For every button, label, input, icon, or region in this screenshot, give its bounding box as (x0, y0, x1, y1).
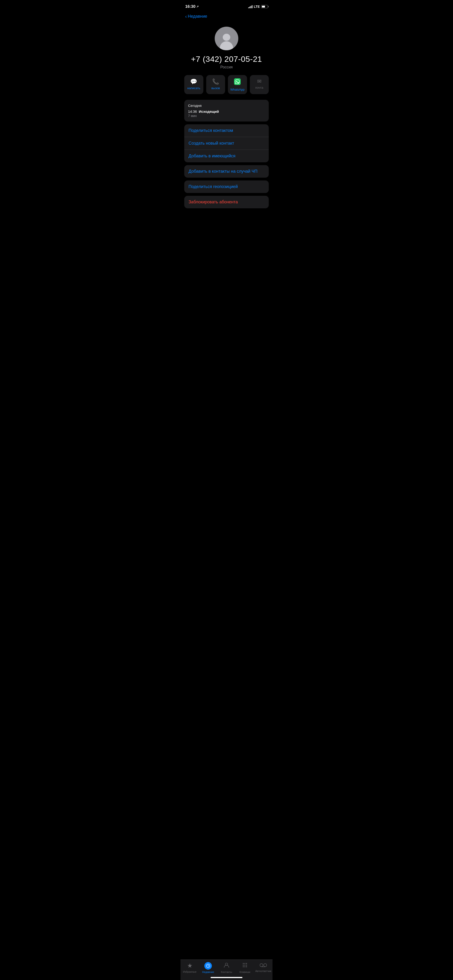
call-icon: 📞 (212, 78, 219, 85)
navigation-bar: ‹ Недавние (181, 12, 272, 22)
avatar-person (219, 34, 234, 50)
call-type: Исходящий (199, 110, 219, 113)
message-icon: 💬 (190, 78, 197, 85)
back-button[interactable]: ‹ Недавние (185, 14, 207, 19)
battery-icon (261, 5, 268, 8)
message-label: написать (188, 86, 200, 90)
signal-bars (248, 5, 253, 8)
back-label: Недавние (188, 14, 207, 19)
mail-button[interactable]: ✉ почта (250, 75, 269, 94)
mail-icon: ✉ (257, 78, 261, 84)
share-geo-button[interactable]: Поделиться геопозицией (184, 180, 269, 193)
mail-label: почта (255, 86, 263, 89)
status-icons: LTE (248, 5, 268, 8)
avatar-body (220, 41, 233, 50)
status-time: 16:30 ↗ (185, 4, 199, 9)
add-existing-button[interactable]: Добавить в имеющийся (184, 150, 269, 162)
signal-bar-2 (250, 6, 250, 8)
create-contact-button[interactable]: Создать новый контакт (184, 137, 269, 150)
share-contact-button[interactable]: Поделиться контактом (184, 124, 269, 137)
call-history-section: Сегодня 14:36 Исходящий 7 мин (184, 100, 269, 121)
signal-bar-1 (248, 7, 249, 8)
whatsapp-icon (234, 78, 241, 86)
phone-number: +7 (342) 207-05-21 (191, 54, 262, 64)
whatsapp-label: WhatsApp (230, 88, 245, 91)
avatar (215, 27, 238, 50)
signal-bar-4 (252, 5, 253, 8)
call-entry: 14:36 Исходящий 7 мин (188, 110, 265, 118)
call-button[interactable]: 📞 вызов (206, 75, 225, 94)
time-display: 16:30 (185, 4, 196, 9)
message-button[interactable]: 💬 написать (184, 75, 203, 94)
call-label: вызов (211, 86, 220, 90)
signal-bar-3 (251, 6, 251, 8)
contact-actions-list: Поделиться контактом Создать новый конта… (184, 124, 269, 162)
country-label: Россия (220, 65, 233, 69)
avatar-section: +7 (342) 207-05-21 Россия (181, 22, 272, 75)
call-duration: 7 мин (188, 114, 265, 118)
block-contact-button[interactable]: Заблокировать абонента (184, 196, 269, 208)
location-icon: ↗ (196, 5, 199, 8)
action-buttons-row: 💬 написать 📞 вызов WhatsApp ✉ почта (181, 75, 272, 100)
back-chevron-icon: ‹ (185, 14, 187, 19)
avatar-head (223, 34, 230, 41)
emergency-contact-button[interactable]: Добавить в контакты на случай ЧП (184, 165, 269, 178)
battery-fill (262, 6, 265, 8)
call-date: Сегодня (188, 103, 265, 108)
whatsapp-button[interactable]: WhatsApp (228, 75, 247, 94)
lte-indicator: LTE (254, 5, 260, 8)
status-bar: 16:30 ↗ LTE (181, 0, 272, 12)
call-time: 14:36 (188, 110, 197, 113)
call-line: 14:36 Исходящий (188, 110, 265, 113)
